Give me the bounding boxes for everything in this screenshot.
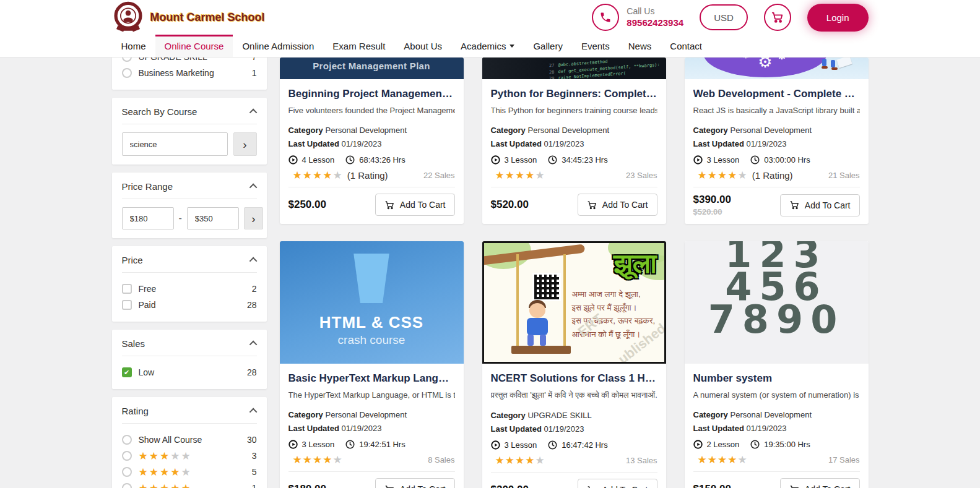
filter-option-free[interactable]: Free2 bbox=[122, 281, 257, 297]
radio-icon[interactable] bbox=[122, 68, 132, 78]
filter-option-4-stars[interactable]: ★★★★★5 bbox=[122, 464, 257, 480]
sales-filter-card: Sales ✔Low28 bbox=[112, 330, 267, 389]
nav-item-gallery[interactable]: Gallery bbox=[524, 35, 572, 57]
add-to-cart-button[interactable]: Add To Cart bbox=[578, 479, 657, 488]
star-filled-icon: ★ bbox=[160, 483, 170, 488]
star-filled-icon: ★ bbox=[718, 455, 727, 465]
filter-option-business-marketing[interactable]: Business Marketing1 bbox=[122, 65, 257, 81]
radio-icon[interactable] bbox=[122, 483, 132, 488]
search-submit-button[interactable]: › bbox=[233, 132, 257, 156]
star-filled-icon: ★ bbox=[525, 455, 535, 466]
cart-icon[interactable] bbox=[764, 4, 791, 31]
course-price: $200.00 bbox=[491, 484, 529, 488]
star-rating: ★★★★★ bbox=[698, 455, 748, 465]
radio-icon[interactable] bbox=[122, 451, 132, 461]
search-input[interactable] bbox=[122, 132, 228, 156]
filter-option-label: Free bbox=[139, 284, 157, 294]
nav-item-home[interactable]: Home bbox=[112, 35, 155, 57]
filter-option-count: 5 bbox=[252, 467, 257, 477]
filter-option-low[interactable]: ✔Low28 bbox=[122, 364, 257, 380]
add-to-cart-button[interactable]: Add To Cart bbox=[578, 194, 657, 216]
chevron-up-icon[interactable] bbox=[249, 408, 257, 416]
nav-item-events[interactable]: Events bbox=[572, 35, 619, 57]
chevron-up-icon[interactable] bbox=[249, 341, 257, 349]
course-title[interactable]: Web Development - Complete Fast… bbox=[693, 88, 860, 100]
search-section-header[interactable]: Search By Course bbox=[122, 106, 257, 117]
filter-option-3-stars[interactable]: ★★★★★3 bbox=[122, 448, 257, 464]
nav-item-online-course[interactable]: Online Course bbox=[155, 35, 233, 57]
star-rating: ★★★★★ bbox=[293, 455, 343, 465]
price-range-section-header[interactable]: Price Range bbox=[122, 181, 257, 192]
add-to-cart-button[interactable]: Add To Cart bbox=[375, 194, 455, 216]
course-image[interactable]: 27@abc.abstractmethod28def get_execute_m… bbox=[482, 58, 666, 79]
login-button[interactable]: Login bbox=[807, 4, 869, 32]
clock-icon bbox=[750, 440, 760, 449]
last-updated-value: 01/19/2023 bbox=[341, 424, 381, 433]
header-right: Call Us 89562423934 USD Login bbox=[592, 4, 868, 32]
nav-item-academics[interactable]: Academics bbox=[451, 35, 524, 57]
checkbox-icon[interactable] bbox=[122, 300, 132, 310]
filter-option-count: 1 bbox=[252, 68, 257, 78]
filter-option-upgrade-skill[interactable]: UPGRADE SKILL7 bbox=[122, 58, 257, 65]
phone-icon[interactable] bbox=[592, 4, 619, 31]
star-filled-icon: ★ bbox=[495, 455, 505, 466]
add-to-cart-button[interactable]: Add To Cart bbox=[375, 478, 455, 488]
price-section-header[interactable]: Price bbox=[122, 255, 257, 265]
course-title[interactable]: Python for Beginners: Complete… bbox=[491, 88, 657, 100]
nav-item-exam-result[interactable]: Exam Result bbox=[323, 35, 394, 57]
nav-item-online-admission[interactable]: Online Admission bbox=[233, 35, 323, 57]
sales-section-header[interactable]: Sales bbox=[122, 338, 257, 349]
star-filled-icon: ★ bbox=[160, 451, 170, 461]
course-image[interactable]: Project Management Plan bbox=[280, 58, 464, 79]
thumbnail-caption: झूला bbox=[614, 248, 656, 280]
course-price: $180.00 bbox=[288, 483, 326, 488]
star-rating: ★★★★★ bbox=[139, 451, 192, 461]
course-image[interactable]: HTML & CSScrash course bbox=[280, 241, 464, 364]
star-filled-icon: ★ bbox=[698, 455, 708, 465]
course-title[interactable]: Number system bbox=[693, 372, 860, 385]
nav-item-about-us[interactable]: About Us bbox=[394, 35, 451, 57]
filter-option-paid[interactable]: Paid28 bbox=[122, 297, 257, 313]
price-range-submit-button[interactable]: › bbox=[244, 207, 263, 229]
chevron-up-icon[interactable] bbox=[249, 257, 257, 265]
star-empty-icon: ★ bbox=[181, 451, 192, 461]
radio-icon[interactable] bbox=[122, 435, 132, 445]
course-card-number-system: 1234567890 Number system A numeral syste… bbox=[685, 241, 869, 488]
filter-option-5-stars[interactable]: ★★★★★1 bbox=[122, 480, 257, 488]
course-image[interactable]: झूलाअम्मा आज लगा दे झूला,इस झूले पर मैं … bbox=[482, 241, 666, 364]
course-image[interactable]: ⚙⚙⚙ bbox=[685, 58, 869, 79]
page: Mount Carmel School Call Us 89562423934 … bbox=[0, 0, 980, 488]
rating-text: (1 Rating) bbox=[347, 170, 388, 181]
nav-item-contact[interactable]: Contact bbox=[661, 35, 711, 57]
checkbox-icon[interactable] bbox=[122, 284, 132, 294]
duration: 34:45:23 Hrs bbox=[562, 155, 607, 165]
play-icon bbox=[693, 440, 703, 449]
star-rating: ★★★★★ bbox=[293, 170, 343, 181]
course-image[interactable]: 1234567890 bbox=[685, 241, 869, 364]
filter-option-label: Low bbox=[139, 367, 155, 377]
price-min-input[interactable] bbox=[122, 207, 174, 229]
star-empty-icon: ★ bbox=[536, 455, 545, 466]
price-max-input[interactable] bbox=[187, 207, 239, 229]
add-to-cart-button[interactable]: Add To Cart bbox=[780, 478, 860, 488]
phone-number[interactable]: 89562423934 bbox=[627, 17, 683, 29]
brand[interactable]: Mount Carmel School bbox=[112, 1, 265, 33]
radio-icon[interactable] bbox=[122, 58, 132, 62]
nav-item-news[interactable]: News bbox=[619, 35, 661, 57]
category-value: Personal Development bbox=[325, 126, 407, 135]
chevron-up-icon[interactable] bbox=[249, 109, 257, 117]
course-thumbnail: Project Management Plan bbox=[280, 58, 464, 79]
filter-option-show-all-course[interactable]: Show All Course30 bbox=[122, 432, 257, 448]
course-title[interactable]: Beginning Project Management:… bbox=[288, 88, 455, 100]
checkbox-checked-icon[interactable]: ✔ bbox=[122, 367, 132, 377]
filter-option-count: 30 bbox=[247, 435, 257, 445]
qr-code bbox=[532, 273, 561, 301]
filter-option-count: 1 bbox=[252, 483, 257, 488]
currency-button[interactable]: USD bbox=[700, 4, 748, 30]
rating-section-header[interactable]: Rating bbox=[122, 406, 257, 416]
add-to-cart-button[interactable]: Add To Cart bbox=[780, 194, 860, 216]
radio-icon[interactable] bbox=[122, 467, 132, 477]
chevron-up-icon[interactable] bbox=[249, 184, 257, 192]
course-title[interactable]: Basic HyperText Markup Language bbox=[288, 372, 455, 385]
course-title[interactable]: NCERT Solutions for Class 1 Hindi झूला bbox=[491, 372, 657, 385]
